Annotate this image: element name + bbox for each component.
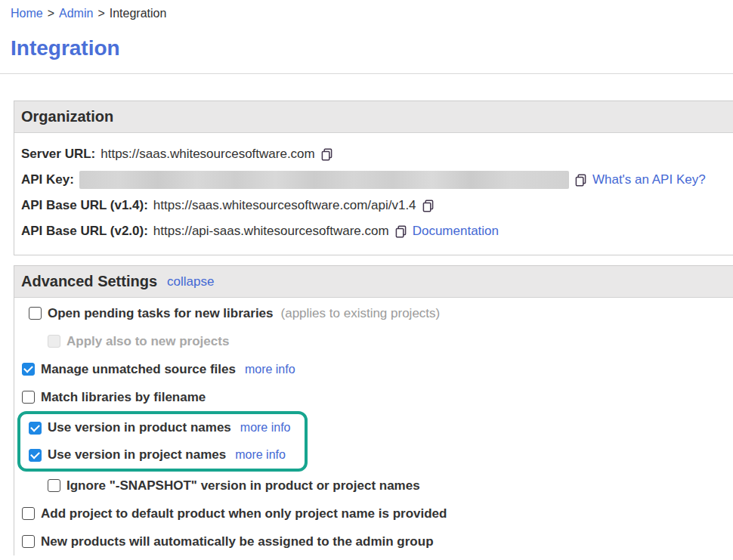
- advanced-settings-header-label: Advanced Settings: [21, 273, 157, 290]
- use-version-in-project-names-checkbox[interactable]: [29, 449, 42, 462]
- highlight-box: Use version in product names more info U…: [17, 411, 308, 472]
- checkbox-row-add-project-to-default-product: Add project to default product when only…: [22, 500, 733, 528]
- documentation-link[interactable]: Documentation: [413, 224, 499, 239]
- api-base-url-v20-label: API Base URL (v2.0):: [21, 224, 148, 239]
- open-pending-tasks-checkbox[interactable]: [29, 307, 42, 320]
- advanced-settings-header: Advanced Settings collapse: [14, 266, 733, 298]
- manage-unmatched-source-files-checkbox[interactable]: [22, 363, 35, 376]
- advanced-settings-panel: Advanced Settings collapse Open pending …: [14, 265, 733, 555]
- api-base-url-v20-row: API Base URL (v2.0): https://api-saas.wh…: [21, 218, 725, 244]
- organization-header: Organization: [14, 101, 733, 133]
- more-info-link[interactable]: more info: [245, 363, 295, 376]
- collapse-link[interactable]: collapse: [167, 274, 214, 289]
- checkbox-row-manage-unmatched-source-files: Manage unmatched source files more info: [22, 355, 733, 383]
- api-base-url-v14-row: API Base URL (v1.4): https://saas.whites…: [21, 193, 725, 218]
- breadcrumb-separator: >: [97, 7, 104, 20]
- server-url-value: https://saas.whitesourcesoftware.com: [101, 147, 314, 162]
- checkbox-label: Add project to default product when only…: [41, 506, 447, 521]
- title-divider: [0, 73, 733, 74]
- apply-also-new-projects-checkbox: [48, 335, 60, 348]
- checkbox-row-ignore-snapshot-version: Ignore "-SNAPSHOT" version in product or…: [48, 472, 733, 500]
- checkbox-label: Open pending tasks for new libraries: [48, 306, 274, 321]
- organization-panel: Organization Server URL: https://saas.wh…: [14, 101, 733, 255]
- api-base-url-v14-value: https://saas.whitesourcesoftware.com/api…: [153, 198, 416, 213]
- whats-an-api-key-link[interactable]: What's an API Key?: [592, 172, 706, 187]
- checkbox-row-apply-also-new-projects: Apply also to new projects: [48, 327, 733, 355]
- checkbox-row-open-pending-tasks: Open pending tasks for new libraries (ap…: [29, 299, 733, 327]
- ignore-snapshot-version-checkbox[interactable]: [48, 479, 60, 492]
- api-key-row: API Key: What's an API Key?: [21, 167, 725, 193]
- breadcrumb-link-home[interactable]: Home: [11, 7, 43, 20]
- api-base-url-v14-label: API Base URL (v1.4):: [21, 198, 148, 213]
- server-url-row: Server URL: https://saas.whitesourcesoft…: [21, 141, 725, 167]
- use-version-in-product-names-checkbox[interactable]: [29, 422, 42, 435]
- checkbox-label: Match libraries by filename: [41, 390, 206, 405]
- copy-icon[interactable]: [422, 200, 435, 212]
- organization-body: Server URL: https://saas.whitesourcesoft…: [14, 133, 733, 255]
- page-title: Integration: [11, 36, 733, 60]
- checkbox-label: Use version in project names: [48, 447, 226, 463]
- more-info-link[interactable]: more info: [240, 421, 291, 435]
- add-project-to-default-product-checkbox[interactable]: [22, 507, 35, 520]
- api-key-redacted-value: [79, 171, 569, 189]
- checkbox-row-use-version-in-product-names: Use version in product names more info: [29, 414, 291, 441]
- breadcrumb: Home>Admin>Integration: [0, 0, 733, 20]
- api-base-url-v20-value: https://api-saas.whitesourcesoftware.com: [153, 224, 389, 239]
- checkbox-note: (applies to existing projects): [281, 306, 441, 321]
- server-url-label: Server URL:: [21, 147, 95, 162]
- checkbox-label: Ignore "-SNAPSHOT" version in product or…: [66, 478, 420, 493]
- more-info-link[interactable]: more info: [235, 448, 286, 462]
- checkbox-label: Apply also to new projects: [66, 334, 229, 349]
- api-key-label: API Key:: [21, 172, 74, 187]
- checkbox-label: Manage unmatched source files: [41, 362, 236, 377]
- copy-icon[interactable]: [394, 225, 407, 238]
- checkbox-row-new-products-admin-group: New products will automatically be assig…: [22, 528, 733, 555]
- organization-header-label: Organization: [21, 108, 113, 125]
- checkbox-row-match-libraries-by-filename: Match libraries by filename: [22, 383, 733, 411]
- advanced-settings-body: Open pending tasks for new libraries (ap…: [14, 298, 733, 555]
- checkbox-label: New products will automatically be assig…: [41, 534, 434, 549]
- copy-icon[interactable]: [574, 174, 587, 187]
- breadcrumb-link-admin[interactable]: Admin: [59, 7, 93, 20]
- checkbox-row-use-version-in-project-names: Use version in project names more info: [29, 441, 291, 469]
- copy-icon[interactable]: [320, 148, 333, 161]
- checkbox-label: Use version in product names: [48, 420, 231, 435]
- new-products-admin-group-checkbox[interactable]: [22, 535, 35, 548]
- match-libraries-by-filename-checkbox[interactable]: [22, 391, 35, 404]
- breadcrumb-current: Integration: [110, 7, 167, 20]
- breadcrumb-separator: >: [48, 7, 54, 20]
